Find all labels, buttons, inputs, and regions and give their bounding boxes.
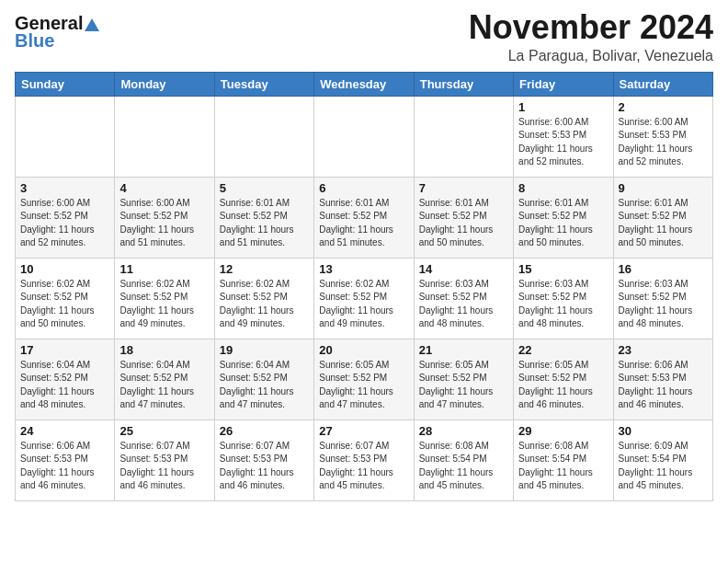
day-info: Sunrise: 6:09 AM Sunset: 5:54 PM Dayligh… — [619, 440, 708, 493]
day-number: 5 — [220, 181, 309, 195]
calendar-cell: 9Sunrise: 6:01 AM Sunset: 5:52 PM Daylig… — [613, 177, 712, 258]
calendar-cell: 6Sunrise: 6:01 AM Sunset: 5:52 PM Daylig… — [314, 177, 414, 258]
calendar-cell: 12Sunrise: 6:02 AM Sunset: 5:52 PM Dayli… — [214, 258, 313, 339]
calendar-cell: 25Sunrise: 6:07 AM Sunset: 5:53 PM Dayli… — [115, 419, 214, 500]
day-number: 8 — [518, 181, 608, 195]
day-info: Sunrise: 6:06 AM Sunset: 5:53 PM Dayligh… — [619, 359, 708, 412]
calendar-cell: 19Sunrise: 6:04 AM Sunset: 5:52 PM Dayli… — [214, 339, 313, 419]
day-number: 1 — [518, 100, 608, 114]
weekday-header-friday: Friday — [514, 72, 613, 96]
calendar-cell: 4Sunrise: 6:00 AM Sunset: 5:52 PM Daylig… — [115, 177, 214, 258]
calendar-cell — [16, 96, 115, 177]
day-number: 29 — [518, 424, 608, 438]
day-info: Sunrise: 6:03 AM Sunset: 5:52 PM Dayligh… — [419, 278, 508, 331]
calendar-cell: 26Sunrise: 6:07 AM Sunset: 5:53 PM Dayli… — [214, 419, 313, 500]
day-info: Sunrise: 6:01 AM Sunset: 5:52 PM Dayligh… — [319, 197, 408, 250]
day-number: 19 — [220, 343, 309, 357]
weekday-header-wednesday: Wednesday — [314, 72, 414, 96]
calendar-cell: 13Sunrise: 6:02 AM Sunset: 5:52 PM Dayli… — [314, 258, 414, 339]
calendar-cell: 24Sunrise: 6:06 AM Sunset: 5:53 PM Dayli… — [16, 419, 115, 500]
day-info: Sunrise: 6:07 AM Sunset: 5:53 PM Dayligh… — [220, 440, 309, 493]
day-info: Sunrise: 6:04 AM Sunset: 5:52 PM Dayligh… — [20, 359, 109, 412]
day-number: 20 — [319, 343, 408, 357]
day-info: Sunrise: 6:01 AM Sunset: 5:52 PM Dayligh… — [619, 197, 708, 250]
calendar-page: General Blue November 2024 La Paragua, B… — [0, 0, 728, 516]
day-number: 6 — [319, 181, 408, 195]
day-info: Sunrise: 6:01 AM Sunset: 5:52 PM Dayligh… — [419, 197, 508, 250]
day-info: Sunrise: 6:02 AM Sunset: 5:52 PM Dayligh… — [20, 278, 109, 331]
day-info: Sunrise: 6:00 AM Sunset: 5:52 PM Dayligh… — [20, 197, 109, 250]
day-number: 2 — [619, 100, 708, 114]
day-number: 4 — [119, 181, 209, 195]
day-number: 16 — [619, 262, 708, 276]
calendar-cell: 18Sunrise: 6:04 AM Sunset: 5:52 PM Dayli… — [115, 339, 214, 419]
calendar-cell: 5Sunrise: 6:01 AM Sunset: 5:52 PM Daylig… — [214, 177, 313, 258]
day-number: 15 — [518, 262, 608, 276]
day-info: Sunrise: 6:02 AM Sunset: 5:52 PM Dayligh… — [119, 278, 209, 331]
calendar-cell: 14Sunrise: 6:03 AM Sunset: 5:52 PM Dayli… — [414, 258, 513, 339]
weekday-header-row: SundayMondayTuesdayWednesdayThursdayFrid… — [16, 72, 713, 96]
weekday-header-thursday: Thursday — [414, 72, 513, 96]
day-info: Sunrise: 6:04 AM Sunset: 5:52 PM Dayligh… — [119, 359, 209, 412]
calendar-cell: 27Sunrise: 6:07 AM Sunset: 5:53 PM Dayli… — [314, 419, 414, 500]
calendar-cell — [414, 96, 513, 177]
calendar-cell: 10Sunrise: 6:02 AM Sunset: 5:52 PM Dayli… — [16, 258, 115, 339]
day-info: Sunrise: 6:03 AM Sunset: 5:52 PM Dayligh… — [518, 278, 608, 331]
day-number: 22 — [518, 343, 608, 357]
weekday-header-monday: Monday — [115, 72, 214, 96]
day-info: Sunrise: 6:04 AM Sunset: 5:52 PM Dayligh… — [220, 359, 309, 412]
day-info: Sunrise: 6:00 AM Sunset: 5:52 PM Dayligh… — [119, 197, 209, 250]
calendar-cell — [115, 96, 214, 177]
day-number: 27 — [319, 424, 408, 438]
day-number: 10 — [20, 262, 109, 276]
calendar-table: SundayMondayTuesdayWednesdayThursdayFrid… — [15, 72, 713, 501]
calendar-cell: 16Sunrise: 6:03 AM Sunset: 5:52 PM Dayli… — [613, 258, 712, 339]
title-block: November 2024 La Paragua, Bolivar, Venez… — [469, 9, 713, 64]
week-row-2: 10Sunrise: 6:02 AM Sunset: 5:52 PM Dayli… — [16, 258, 713, 339]
calendar-cell: 3Sunrise: 6:00 AM Sunset: 5:52 PM Daylig… — [16, 177, 115, 258]
day-number: 24 — [20, 424, 109, 438]
day-info: Sunrise: 6:00 AM Sunset: 5:53 PM Dayligh… — [619, 116, 708, 169]
calendar-cell: 29Sunrise: 6:08 AM Sunset: 5:54 PM Dayli… — [514, 419, 613, 500]
logo-blue: Blue — [15, 30, 54, 52]
day-info: Sunrise: 6:03 AM Sunset: 5:52 PM Dayligh… — [619, 278, 708, 331]
calendar-cell: 28Sunrise: 6:08 AM Sunset: 5:54 PM Dayli… — [414, 419, 513, 500]
logo-triangle-icon — [84, 17, 100, 33]
day-number: 3 — [20, 181, 109, 195]
day-info: Sunrise: 6:02 AM Sunset: 5:52 PM Dayligh… — [220, 278, 309, 331]
calendar-cell: 2Sunrise: 6:00 AM Sunset: 5:53 PM Daylig… — [613, 96, 712, 177]
day-number: 17 — [20, 343, 109, 357]
day-info: Sunrise: 6:07 AM Sunset: 5:53 PM Dayligh… — [119, 440, 209, 493]
day-info: Sunrise: 6:01 AM Sunset: 5:52 PM Dayligh… — [220, 197, 309, 250]
calendar-cell — [214, 96, 313, 177]
calendar-cell: 15Sunrise: 6:03 AM Sunset: 5:52 PM Dayli… — [514, 258, 613, 339]
day-info: Sunrise: 6:00 AM Sunset: 5:53 PM Dayligh… — [518, 116, 608, 169]
day-number: 11 — [119, 262, 209, 276]
calendar-cell: 22Sunrise: 6:05 AM Sunset: 5:52 PM Dayli… — [514, 339, 613, 419]
calendar-cell: 17Sunrise: 6:04 AM Sunset: 5:52 PM Dayli… — [16, 339, 115, 419]
logo: General Blue — [15, 9, 100, 52]
weekday-header-saturday: Saturday — [613, 72, 712, 96]
day-number: 25 — [119, 424, 209, 438]
weekday-header-tuesday: Tuesday — [214, 72, 313, 96]
calendar-cell: 30Sunrise: 6:09 AM Sunset: 5:54 PM Dayli… — [613, 419, 712, 500]
week-row-4: 24Sunrise: 6:06 AM Sunset: 5:53 PM Dayli… — [16, 419, 713, 500]
calendar-cell: 7Sunrise: 6:01 AM Sunset: 5:52 PM Daylig… — [414, 177, 513, 258]
day-number: 9 — [619, 181, 708, 195]
calendar-cell: 20Sunrise: 6:05 AM Sunset: 5:52 PM Dayli… — [314, 339, 414, 419]
month-title: November 2024 — [469, 9, 713, 46]
week-row-1: 3Sunrise: 6:00 AM Sunset: 5:52 PM Daylig… — [16, 177, 713, 258]
week-row-3: 17Sunrise: 6:04 AM Sunset: 5:52 PM Dayli… — [16, 339, 713, 419]
calendar-cell — [314, 96, 414, 177]
day-number: 23 — [619, 343, 708, 357]
calendar-cell: 8Sunrise: 6:01 AM Sunset: 5:52 PM Daylig… — [514, 177, 613, 258]
calendar-cell: 11Sunrise: 6:02 AM Sunset: 5:52 PM Dayli… — [115, 258, 214, 339]
day-info: Sunrise: 6:08 AM Sunset: 5:54 PM Dayligh… — [518, 440, 608, 493]
calendar-cell: 1Sunrise: 6:00 AM Sunset: 5:53 PM Daylig… — [514, 96, 613, 177]
header: General Blue November 2024 La Paragua, B… — [15, 9, 713, 64]
day-info: Sunrise: 6:06 AM Sunset: 5:53 PM Dayligh… — [20, 440, 109, 493]
day-info: Sunrise: 6:07 AM Sunset: 5:53 PM Dayligh… — [319, 440, 408, 493]
day-number: 28 — [419, 424, 508, 438]
day-number: 26 — [220, 424, 309, 438]
calendar-cell: 21Sunrise: 6:05 AM Sunset: 5:52 PM Dayli… — [414, 339, 513, 419]
